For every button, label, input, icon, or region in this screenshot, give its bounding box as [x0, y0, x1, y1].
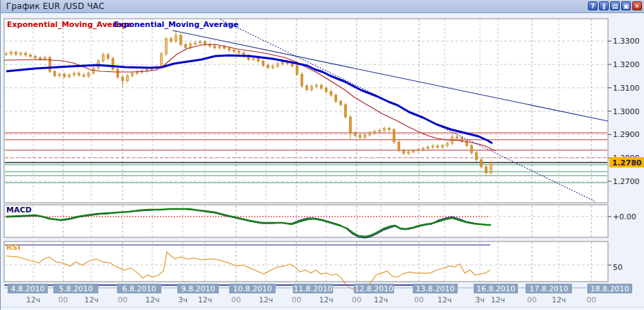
time-tick-label: 12ч: [198, 295, 213, 304]
date-chip[interactable]: 4.8.2010: [11, 284, 45, 293]
help-button[interactable]: ?: [588, 1, 598, 10]
current-price-label: 1.2780: [612, 158, 642, 167]
pause-button[interactable]: ∥: [599, 1, 609, 10]
date-chip[interactable]: 13.8.2010: [416, 284, 455, 293]
time-tick-label: 12ч: [319, 295, 334, 304]
time-tick-label: 12ч: [26, 295, 41, 304]
time-tick-label: 00: [58, 295, 68, 304]
price-panel[interactable]: [4, 19, 608, 203]
date-chip[interactable]: 11.8.2010: [294, 284, 332, 293]
chart-window: График EUR /USD ЧАС ? ∥ ▤ ▣ ✕ 1.33001.32…: [0, 0, 644, 310]
maximize-button[interactable]: ▣: [621, 1, 631, 10]
price-axis-label: 1.3100: [613, 84, 640, 93]
price-axis-label: 1.2900: [613, 130, 640, 139]
rsi-label: RSI: [6, 243, 21, 252]
price-axis-label: 1.3200: [613, 60, 640, 69]
macd-panel[interactable]: [4, 205, 608, 237]
date-chip[interactable]: 18.8.2010: [591, 284, 629, 293]
time-tick-label: 00: [414, 295, 424, 304]
time-tick-label: 00: [231, 295, 241, 304]
time-tick-label: 00: [118, 295, 127, 304]
time-tick-label: 00: [587, 295, 596, 304]
date-chip[interactable]: 9.8.2010: [181, 284, 215, 293]
date-chip[interactable]: 5.8.2010: [59, 284, 93, 293]
time-tick-label: 3ч: [178, 295, 188, 304]
rsi-fifty-label: 50: [613, 263, 623, 272]
date-chip[interactable]: 10.8.2010: [233, 284, 272, 293]
time-tick-label: 12ч: [491, 295, 506, 304]
macd-label: MACD: [6, 206, 32, 215]
date-chip[interactable]: 17.8.2010: [530, 284, 569, 293]
rsi-panel[interactable]: [4, 241, 608, 282]
legend-ema-slow: Exponential_Moving_Average: [114, 20, 238, 29]
minimize-button[interactable]: ▤: [610, 1, 620, 10]
price-axis-label: 1.3300: [613, 37, 640, 46]
date-chip[interactable]: 16.8.2010: [476, 284, 515, 293]
time-tick-label: 00: [292, 295, 301, 304]
window-title: График EUR /USD ЧАС: [6, 1, 105, 11]
time-tick-label: 12ч: [438, 295, 452, 304]
time-tick-label: 00: [352, 295, 361, 304]
time-tick-label: 12ч: [145, 295, 160, 304]
date-chip[interactable]: 12.8.2010: [355, 284, 393, 293]
time-tick-label: 12ч: [374, 295, 388, 304]
time-tick-label: 12ч: [84, 295, 99, 304]
current-price-marker: 1.2780: [609, 157, 644, 167]
time-tick-label: 12ч: [259, 295, 274, 304]
time-axis[interactable]: 4.8.20105.8.20106.8.20109.8.201010.8.201…: [1, 284, 644, 307]
price-axis-label: 1.3000: [613, 107, 640, 116]
time-tick-label: 00: [527, 295, 537, 304]
title-bar[interactable]: График EUR /USD ЧАС ? ∥ ▤ ▣ ✕: [1, 0, 644, 13]
time-tick-label: 12ч: [552, 295, 566, 304]
date-chip[interactable]: 6.8.2010: [123, 284, 156, 293]
close-button[interactable]: ✕: [632, 1, 642, 10]
price-axis-label: 1.2700: [613, 177, 640, 186]
time-tick-label: 3ч: [475, 295, 485, 304]
macd-zero-label: +0.00: [613, 212, 636, 221]
price-axis: 1.33001.32001.31001.30001.29001.28001.27…: [608, 37, 640, 265]
